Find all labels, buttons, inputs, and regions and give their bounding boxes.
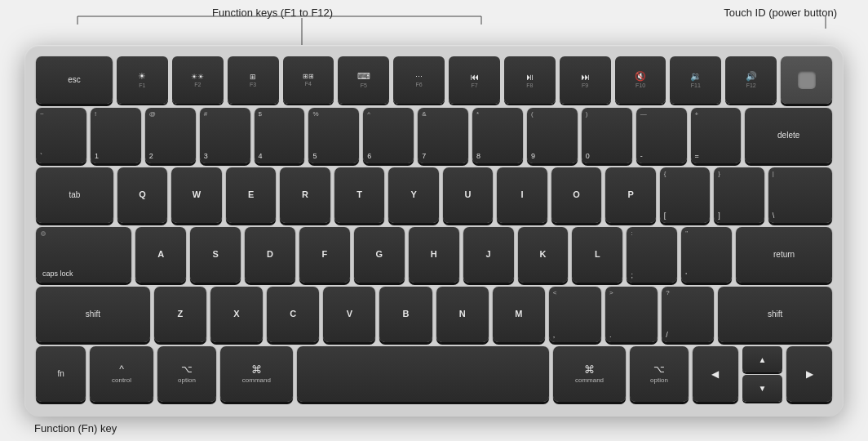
key-j[interactable]: J: [463, 227, 514, 283]
key-rbracket[interactable]: } ]: [714, 167, 764, 223]
key-f11[interactable]: 🔉F11: [670, 56, 721, 104]
key-b[interactable]: B: [379, 287, 432, 342]
key-o[interactable]: O: [551, 167, 602, 223]
key-option-right[interactable]: ⌥ option: [630, 346, 689, 402]
tab-row: tab Q W E R T Y U I O P { [ } ] | \: [36, 167, 832, 223]
key-comma[interactable]: < ,: [549, 287, 601, 342]
key-quote[interactable]: " ': [681, 227, 732, 283]
key-f2[interactable]: ☀☀F2: [172, 56, 224, 104]
key-caps-lock[interactable]: caps lock: [36, 227, 131, 283]
key-y[interactable]: Y: [388, 167, 439, 223]
key-control[interactable]: ^ control: [90, 346, 153, 402]
control-icon: ^: [119, 363, 124, 375]
key-lbracket[interactable]: { [: [660, 167, 711, 223]
key-return[interactable]: return: [736, 227, 832, 283]
key-u[interactable]: U: [443, 167, 494, 223]
key-touch-id[interactable]: [781, 56, 832, 104]
command-right-icon: ⌘: [584, 363, 595, 376]
key-f1[interactable]: ☀F1: [117, 56, 168, 104]
command-left-icon: ⌘: [251, 363, 262, 376]
key-m[interactable]: M: [493, 287, 545, 342]
keyboard: esc ☀F1 ☀☀F2 ⊞F3 ⊞⊞F4 ⌨F5 ⋯F6 ⏮F7 ⏯F8 ⏭F…: [24, 45, 844, 416]
key-e[interactable]: E: [226, 167, 277, 223]
key-backslash[interactable]: | \: [768, 167, 832, 223]
key-shift-left[interactable]: shift: [36, 287, 150, 342]
caps-row: caps lock A S D F G H J K L : ; " ' retu…: [36, 227, 832, 283]
key-command-left[interactable]: ⌘ command: [220, 346, 293, 402]
key-4[interactable]: $ 4: [255, 108, 305, 163]
key-x[interactable]: X: [210, 287, 263, 342]
key-fn[interactable]: fn: [36, 346, 86, 402]
key-i[interactable]: I: [497, 167, 547, 223]
key-d[interactable]: D: [245, 227, 295, 283]
key-period[interactable]: > .: [605, 287, 658, 342]
key-p[interactable]: P: [605, 167, 656, 223]
key-t[interactable]: T: [334, 167, 385, 223]
f-key-row: esc ☀F1 ☀☀F2 ⊞F3 ⊞⊞F4 ⌨F5 ⋯F6 ⏮F7 ⏯F8 ⏭F…: [36, 56, 832, 104]
key-r[interactable]: R: [280, 167, 330, 223]
key-f4[interactable]: ⊞⊞F4: [283, 56, 334, 104]
option-left-label: option: [178, 376, 196, 385]
option-right-label: option: [650, 376, 668, 385]
control-label: control: [112, 376, 131, 385]
arrow-up-down-container: ▲ ▼: [742, 346, 783, 402]
key-6[interactable]: ^ 6: [363, 108, 414, 163]
key-f10[interactable]: 🔇F10: [615, 56, 666, 104]
key-arrow-up[interactable]: ▲: [742, 346, 783, 373]
key-shift-right[interactable]: shift: [718, 287, 832, 342]
key-f8[interactable]: ⏯F8: [504, 56, 556, 104]
key-2[interactable]: @ 2: [145, 108, 196, 163]
key-arrow-right[interactable]: ▶: [786, 346, 832, 402]
key-a[interactable]: A: [135, 227, 186, 283]
key-f12[interactable]: 🔊F12: [725, 56, 777, 104]
key-g[interactable]: G: [354, 227, 405, 283]
key-option-left[interactable]: ⌥ option: [157, 346, 216, 402]
key-delete[interactable]: delete: [745, 108, 832, 163]
key-7[interactable]: & 7: [418, 108, 468, 163]
key-f7[interactable]: ⏮F7: [449, 56, 500, 104]
key-f3[interactable]: ⊞F3: [228, 56, 279, 104]
key-z[interactable]: Z: [154, 287, 206, 342]
function-keys-annotation-label: Function keys (F1 to F12): [212, 7, 333, 19]
key-h[interactable]: H: [409, 227, 459, 283]
key-arrow-left[interactable]: ◀: [693, 346, 738, 402]
key-9[interactable]: ( 9: [527, 108, 578, 163]
key-f[interactable]: F: [299, 227, 350, 283]
key-backtick[interactable]: ~ `: [36, 108, 86, 163]
option-right-icon: ⌥: [653, 363, 665, 375]
key-s[interactable]: S: [190, 227, 241, 283]
key-space[interactable]: [297, 346, 549, 402]
key-arrow-down[interactable]: ▼: [742, 375, 783, 402]
key-w[interactable]: W: [171, 167, 222, 223]
fn-key-annotation-label: Function (Fn) key: [34, 422, 117, 434]
key-l[interactable]: L: [572, 227, 622, 283]
key-0[interactable]: ) 0: [582, 108, 632, 163]
key-f5[interactable]: ⌨F5: [338, 56, 389, 104]
key-1[interactable]: ! 1: [91, 108, 141, 163]
key-5[interactable]: % 5: [308, 108, 359, 163]
key-k[interactable]: K: [518, 227, 569, 283]
bottom-row: fn ^ control ⌥ option ⌘ command ⌘ comman…: [36, 346, 832, 402]
touch-id-annotation-label: Touch ID (power button): [724, 7, 837, 19]
key-tab[interactable]: tab: [36, 167, 113, 223]
key-c[interactable]: C: [267, 287, 319, 342]
key-n[interactable]: N: [436, 287, 489, 342]
key-equal[interactable]: + =: [691, 108, 742, 163]
command-right-label: command: [575, 376, 604, 385]
key-3[interactable]: # 3: [200, 108, 250, 163]
key-q[interactable]: Q: [117, 167, 168, 223]
key-command-right[interactable]: ⌘ command: [553, 346, 626, 402]
key-f9[interactable]: ⏭F9: [560, 56, 611, 104]
caps-lock-indicator: [41, 231, 46, 236]
key-slash[interactable]: ? /: [662, 287, 714, 342]
key-minus[interactable]: — -: [636, 108, 687, 163]
key-semicolon[interactable]: : ;: [627, 227, 677, 283]
touch-id-sensor: [798, 71, 816, 89]
key-v[interactable]: V: [323, 287, 375, 342]
number-row: ~ ` ! 1 @ 2 # 3 $ 4 % 5: [36, 108, 832, 163]
key-esc[interactable]: esc: [36, 56, 113, 104]
shift-row: shift Z X C V B N M < , > . ? / shift: [36, 287, 832, 342]
key-8[interactable]: * 8: [472, 108, 523, 163]
command-left-label: command: [242, 376, 271, 385]
key-f6[interactable]: ⋯F6: [393, 56, 445, 104]
